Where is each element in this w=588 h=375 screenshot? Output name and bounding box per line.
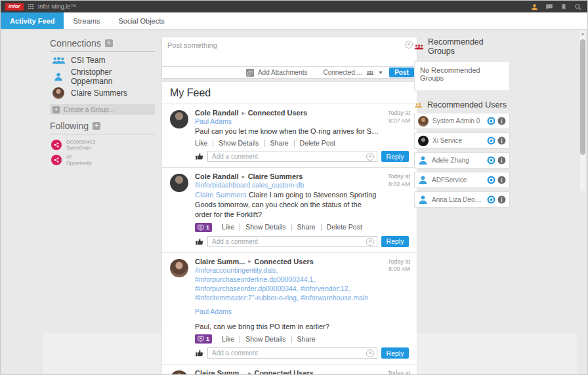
scroll-up-icon[interactable] <box>580 31 585 35</box>
following-id: DC00000413 <box>66 139 95 145</box>
chevron-down-icon[interactable] <box>379 71 383 74</box>
mention-link[interactable]: Paul Adams <box>195 307 380 316</box>
scrollbar <box>580 31 585 191</box>
post-timestamp: Today at 8:02 AM <box>388 173 410 188</box>
right-sidebar: Recommended Groups No Recommended Groups… <box>414 30 510 208</box>
bookmark-icon[interactable] <box>560 3 567 10</box>
following-item-salesorder[interactable]: DC00000413 SalesOrder <box>50 137 155 152</box>
show-details-button[interactable]: Show Details <box>240 336 291 343</box>
mention-link[interactable]: Paul Adams <box>195 117 380 126</box>
timestamp-line1: Today at <box>388 258 410 265</box>
user-icon[interactable] <box>531 3 538 10</box>
person-icon <box>418 155 428 165</box>
search-icon[interactable] <box>574 3 581 10</box>
mention-link[interactable]: Claire Summers <box>195 191 247 199</box>
post-input[interactable] <box>162 37 417 66</box>
post-button[interactable]: Post <box>389 68 414 77</box>
comment-input[interactable] <box>208 153 377 160</box>
create-group-button[interactable]: Create a Group... <box>50 104 155 115</box>
show-details-button[interactable]: Show Details <box>213 140 264 147</box>
share-button[interactable]: Share <box>291 336 321 343</box>
like-button[interactable]: Like <box>217 336 240 343</box>
audience-group-icon[interactable] <box>366 70 374 75</box>
audience-selector[interactable]: Connected.... <box>324 69 362 76</box>
tab-activity-feed[interactable]: Activity Feed <box>1 12 64 29</box>
left-sidebar: Connections CSI Team Christopher Opperma… <box>50 30 155 167</box>
following-item-opportunity[interactable]: 47 Opportunity <box>50 152 155 167</box>
object-link[interactable]: #inforbidashboard.sales_custom-db <box>195 180 380 189</box>
comment-row: Reply <box>195 236 409 247</box>
reply-button[interactable]: Reply <box>381 151 409 162</box>
connections-header: Connections <box>50 38 155 52</box>
following-id: 47 <box>66 154 72 160</box>
post-author[interactable]: Claire Summ... <box>195 369 245 375</box>
post-target[interactable]: Claire Summers <box>248 172 303 180</box>
info-icon[interactable] <box>497 195 506 204</box>
follow-target-icon[interactable] <box>487 176 495 184</box>
object-link[interactable]: #inforaccountingentity.dals, #inforpurch… <box>195 266 380 303</box>
follow-target-icon[interactable] <box>487 195 495 204</box>
tab-streams[interactable]: Streams <box>64 12 109 29</box>
attachment-icon <box>246 69 254 77</box>
timestamp-line2: 8:02 AM <box>388 181 410 188</box>
tab-social-objects[interactable]: Social Objects <box>109 12 173 29</box>
person-icon <box>418 195 428 205</box>
connections-title: Connections <box>50 38 101 49</box>
share-button[interactable]: Share <box>291 224 321 231</box>
scrollbar-thumb[interactable] <box>580 39 585 155</box>
like-button[interactable]: Like <box>217 224 240 231</box>
post-author[interactable]: Cole Randall <box>195 109 239 117</box>
add-attachments-button[interactable]: Add Attachments <box>258 69 308 76</box>
post-content: Cole Randall Connected Users Paul Adams … <box>195 109 380 147</box>
post-target[interactable]: Connected Users <box>254 369 313 375</box>
recommended-user-card: Anna Liza Deogracias <box>414 191 510 208</box>
add-connection-icon[interactable] <box>105 39 113 47</box>
share-icon <box>51 140 62 150</box>
reply-button[interactable]: Reply <box>381 236 409 247</box>
clear-comment-icon[interactable] <box>366 238 374 246</box>
clear-post-icon[interactable] <box>405 41 413 49</box>
post-timestamp: Today at 7:49 AM <box>388 370 410 375</box>
like-button[interactable]: Like <box>195 140 213 147</box>
add-following-icon[interactable] <box>93 122 100 130</box>
chat-icon[interactable] <box>545 3 553 10</box>
timestamp-line1: Today at <box>388 370 410 375</box>
reply-button[interactable]: Reply <box>381 347 409 359</box>
post-author[interactable]: Claire Summ... <box>195 258 245 266</box>
app-title: Infor Ming.le™ <box>38 3 77 10</box>
app-grid-icon[interactable] <box>28 4 33 9</box>
post-author[interactable]: Cole Randall <box>195 172 239 180</box>
comment-input[interactable] <box>208 238 377 245</box>
show-details-button[interactable]: Show Details <box>240 224 291 231</box>
info-icon[interactable] <box>497 176 506 184</box>
post-actions: 1 Like Show Details Share Delete Post <box>195 223 380 232</box>
thumb-up-icon[interactable] <box>195 237 203 246</box>
clear-comment-icon[interactable] <box>366 153 374 161</box>
delete-post-button[interactable]: Delete Post <box>294 140 341 147</box>
follow-target-icon[interactable] <box>487 117 495 125</box>
share-count-badge[interactable]: 1 <box>195 223 212 232</box>
thumb-up-icon[interactable] <box>195 349 203 357</box>
info-icon[interactable] <box>497 156 506 165</box>
thumb-up-icon[interactable] <box>195 152 203 161</box>
connection-item-claire[interactable]: Claire Summers <box>50 85 155 101</box>
share-count-badge[interactable]: 1 <box>195 334 212 344</box>
post-header: Claire Summ... Connected Users <box>195 258 380 266</box>
delete-post-button[interactable]: Delete Post <box>321 224 368 231</box>
recommended-user-card: ADFService <box>414 172 510 188</box>
following-header: Following <box>50 121 155 134</box>
comment-input[interactable] <box>208 349 377 357</box>
post-target[interactable]: Connected Users <box>254 258 313 266</box>
avatar <box>170 259 188 277</box>
follow-target-icon[interactable] <box>487 136 495 145</box>
post-target[interactable]: Connected Users <box>248 109 307 117</box>
share-button[interactable]: Share <box>264 140 294 147</box>
connection-item-christopher[interactable]: Christopher Oppermann <box>50 68 155 85</box>
follow-target-icon[interactable] <box>487 156 495 165</box>
person-icon <box>418 175 428 185</box>
connection-item-csi-team[interactable]: CSI Team <box>50 52 155 68</box>
info-icon[interactable] <box>497 117 506 125</box>
composer-input-area <box>162 37 417 67</box>
infor-logo: infor <box>5 3 24 10</box>
info-icon[interactable] <box>497 136 506 145</box>
